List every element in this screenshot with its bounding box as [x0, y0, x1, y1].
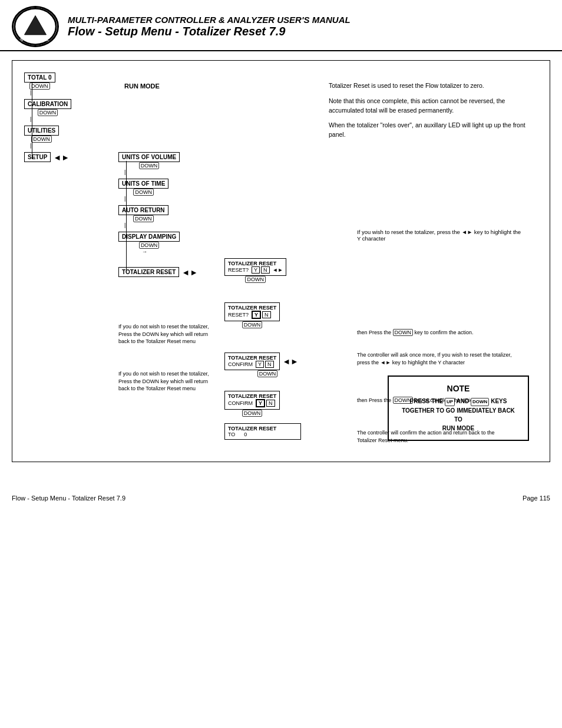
- right-info-para2: Note that this once complete, this actio…: [329, 97, 529, 116]
- right-info-para1: Totalizer Reset is used to reset the Flo…: [329, 81, 529, 91]
- total-box: TOTAL 0: [24, 73, 55, 83]
- down-btn-conf1: DOWN: [257, 370, 278, 377]
- note-title: NOTE: [401, 384, 516, 393]
- tr-box1-sub: RESET?: [228, 267, 249, 273]
- header-top-title: MULTI-PARAMETER CONTROLLER & ANALYZER US…: [68, 15, 550, 25]
- tr-confirm1-n: N: [265, 361, 274, 368]
- units-vol-box: UNITS OF VOLUME: [118, 152, 180, 162]
- down-btn-ar: DOWN: [133, 215, 154, 222]
- menu-total: TOTAL 0 DOWN |: [24, 73, 55, 95]
- tr-confirm2: TOTALIZER RESET CONFIRM Y N DOWN: [224, 391, 280, 417]
- diagram-container: TOTAL 0 DOWN | CALIBRATION DOWN | UTILIT…: [21, 70, 541, 453]
- down-btn-dd: DOWN: [139, 242, 160, 249]
- tr-final: TOTALIZER RESET TO 0: [224, 423, 301, 440]
- tr-confirm2-n: N: [266, 400, 275, 407]
- tr-confirm1-label: TOTALIZER RESET: [228, 355, 276, 361]
- vline-submenu: [126, 161, 127, 273]
- main-content: TOTAL 0 DOWN | CALIBRATION DOWN | UTILIT…: [0, 51, 562, 483]
- tr-final-val: 0: [244, 431, 247, 437]
- diagram-box: TOTAL 0 DOWN | CALIBRATION DOWN | UTILIT…: [12, 60, 550, 462]
- utilities-box: UTILITIES: [24, 126, 59, 136]
- tr-box2-n: N: [262, 311, 271, 318]
- note-no-wish-1: If you do not wish to reset the totalize…: [118, 323, 213, 345]
- note-box: NOTE PRESS THE UP AND DOWN KEYS TOGETHER…: [388, 375, 529, 441]
- tr-confirm2-sub: CONFIRM: [228, 400, 253, 406]
- tr-box1-n: N: [261, 266, 270, 274]
- svg-marker-1: [25, 16, 47, 35]
- tr-box1-arrow: ◄►: [273, 267, 283, 273]
- tr-box2-y: Y: [252, 311, 261, 319]
- tr-confirm1-y: Y: [256, 361, 264, 368]
- tr-box1: TOTALIZER RESET RESET? Y N ◄► DOWN: [224, 258, 286, 283]
- note-no-wish-2: If you do not wish to reset the totalize…: [118, 370, 213, 393]
- footer-right: Page 115: [523, 495, 550, 502]
- tr-box1-label: TOTALIZER RESET: [228, 261, 283, 266]
- run-mode-label: RUN MODE: [124, 83, 160, 90]
- tr-arrow: ◄►: [181, 268, 198, 277]
- note-text-2: If you do not wish to reset the totalize…: [118, 371, 209, 391]
- tr-confirm2-y: Y: [256, 399, 265, 407]
- footer: Flow - Setup Menu - Totalizer Reset 7.9 …: [0, 489, 562, 508]
- down-btn-uov: DOWN: [139, 162, 160, 169]
- display-damp-box: DISPLAY DAMPING: [118, 232, 180, 242]
- footer-left: Flow - Setup Menu - Totalizer Reset 7.9: [12, 495, 125, 502]
- info-then-press: then Press the DOWN key to confirm the a…: [357, 329, 516, 336]
- tr-confirm2-label: TOTALIZER RESET: [228, 393, 276, 399]
- totalizer-reset-box: TOTALIZER RESET: [118, 267, 179, 277]
- setup-box: SETUP: [24, 152, 51, 162]
- note-body: PRESS THE UP AND DOWN KEYS TOGETHER TO G…: [401, 397, 516, 433]
- down-btn-uot: DOWN: [133, 189, 154, 196]
- down-btn-utilities: DOWN: [31, 136, 52, 143]
- tr-confirm1-sub: CONFIRM: [228, 361, 253, 367]
- down-btn-tr1: DOWN: [245, 276, 266, 283]
- tr-confirm1: TOTALIZER RESET CONFIRM Y N ◄► DOWN: [224, 353, 299, 377]
- tr-box1-yn: Y: [252, 266, 260, 274]
- tr-confirm1-arrow: ◄►: [282, 357, 299, 366]
- header: S H A R K MULTI-PARAMETER CONTROLLER & A…: [0, 0, 562, 51]
- tr-final-label: TOTALIZER RESET: [228, 426, 297, 431]
- down-btn-conf2: DOWN: [242, 410, 263, 417]
- info-ask-once-more: The controller will ask once more, If yo…: [357, 351, 516, 366]
- submenu-units-vol: UNITS OF VOLUME DOWN |: [118, 152, 180, 175]
- menu-setup: SETUP ◄►: [24, 152, 70, 162]
- info-reset-text: If you wish to reset the totalizer, pres…: [357, 229, 522, 242]
- submenu-display-damp: DISPLAY DAMPING DOWN →: [118, 232, 180, 255]
- submenu-totalizer-reset: TOTALIZER RESET ◄►: [118, 267, 198, 277]
- tr-box2-sub: RESET?: [228, 312, 249, 318]
- right-info: Totalizer Reset is used to reset the Flo…: [329, 81, 529, 146]
- tr-final-sub: TO: [228, 431, 235, 437]
- down-btn-calibration: DOWN: [38, 109, 58, 116]
- header-sub-title: Flow - Setup Menu - Totalizer Reset 7.9: [68, 25, 550, 38]
- right-info-para3: When the totalizer "roles over", an auxi…: [329, 121, 529, 140]
- logo: S H A R K: [12, 6, 59, 47]
- setup-arrow: ◄►: [53, 153, 70, 162]
- tr-box2-label: TOTALIZER RESET: [228, 305, 276, 311]
- note-text-1: If you do not wish to reset the totalize…: [118, 324, 209, 344]
- down-btn-tr2: DOWN: [242, 321, 263, 328]
- header-titles: MULTI-PARAMETER CONTROLLER & ANALYZER US…: [68, 15, 550, 38]
- svg-text:S H A R K: S H A R K: [20, 37, 50, 42]
- down-btn-total: DOWN: [29, 83, 50, 90]
- menu-utilities: UTILITIES DOWN |: [24, 126, 59, 149]
- tr-box2: TOTALIZER RESET RESET? Y N DOWN: [224, 302, 280, 328]
- vline-left: [32, 83, 32, 159]
